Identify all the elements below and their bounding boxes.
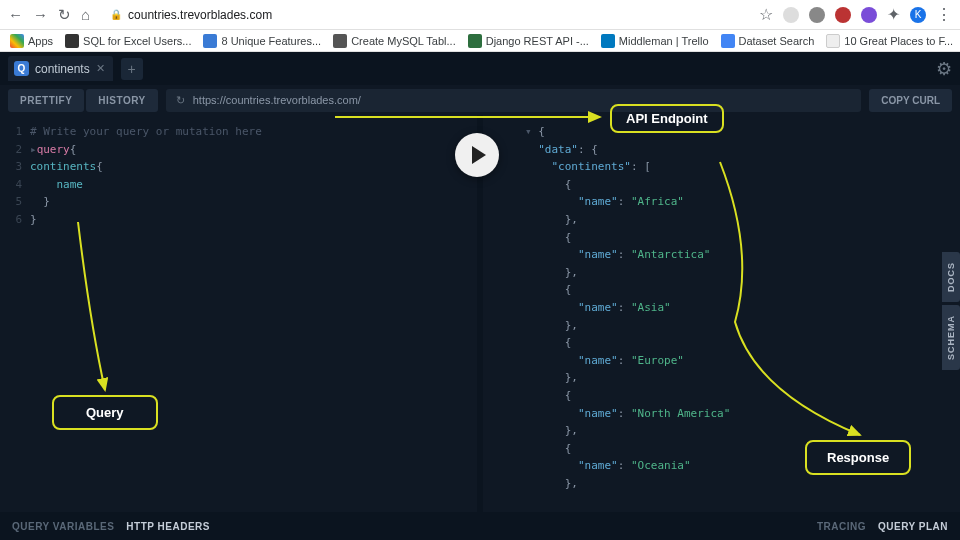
annotation-query: Query (52, 395, 158, 430)
ext-icon-1[interactable] (783, 7, 799, 23)
tab-label: continents (35, 62, 90, 76)
url-text: countries.trevorblades.com (128, 8, 272, 22)
query-plan-tab[interactable]: QUERY PLAN (878, 521, 948, 532)
ext-icon-2[interactable] (809, 7, 825, 23)
close-icon[interactable]: ✕ (96, 62, 105, 75)
annotation-endpoint: API Endpoint (610, 104, 724, 133)
endpoint-input[interactable]: ↻ https://countries.trevorblades.com/ (166, 89, 862, 112)
reload-endpoint-icon[interactable]: ↻ (176, 94, 185, 107)
bookmark-item[interactable]: Dataset Search (721, 34, 815, 48)
endpoint-url: https://countries.trevorblades.com/ (193, 94, 361, 106)
tracing-tab[interactable]: TRACING (817, 521, 866, 532)
reload-icon[interactable]: ↻ (58, 6, 71, 24)
home-icon[interactable]: ⌂ (81, 6, 90, 23)
address-bar[interactable]: 🔒 countries.trevorblades.com (100, 6, 749, 24)
avatar[interactable]: K (910, 7, 926, 23)
schema-tab[interactable]: SCHEMA (942, 305, 960, 370)
ext-icon-3[interactable] (835, 7, 851, 23)
bookmark-item[interactable]: Django REST API -... (468, 34, 589, 48)
toolbar: PRETTIFY HISTORY ↻ https://countries.tre… (0, 85, 960, 115)
prettify-button[interactable]: PRETTIFY (8, 89, 84, 112)
lock-icon: 🔒 (110, 9, 122, 20)
play-button[interactable] (455, 133, 499, 177)
tab-continents[interactable]: Q continents ✕ (8, 56, 113, 81)
side-tabs: DOCS SCHEMA (942, 252, 960, 370)
bookmark-item[interactable]: SQL for Excel Users... (65, 34, 191, 48)
bookmark-item[interactable]: 8 Unique Features... (203, 34, 321, 48)
graphql-playground: Q continents ✕ + ⚙ PRETTIFY HISTORY ↻ ht… (0, 52, 960, 540)
apps-shortcut[interactable]: Apps (10, 34, 53, 48)
query-variables-tab[interactable]: QUERY VARIABLES (12, 521, 114, 532)
browser-extensions: ☆ ✦ K ⋮ (759, 5, 952, 24)
puzzle-icon[interactable]: ✦ (887, 5, 900, 24)
history-button[interactable]: HISTORY (86, 89, 157, 112)
bookmarks-bar: Apps SQL for Excel Users... 8 Unique Fea… (0, 30, 960, 52)
tab-bar: Q continents ✕ + ⚙ (0, 52, 960, 85)
browser-nav-bar: ← → ↻ ⌂ 🔒 countries.trevorblades.com ☆ ✦… (0, 0, 960, 30)
query-editor[interactable]: 1# Write your query or mutation here 2▸ … (0, 115, 477, 512)
annotation-response: Response (805, 440, 911, 475)
ext-icon-4[interactable] (861, 7, 877, 23)
bookmark-item[interactable]: Create MySQL Tabl... (333, 34, 456, 48)
docs-tab[interactable]: DOCS (942, 252, 960, 302)
forward-icon[interactable]: → (33, 6, 48, 23)
bookmark-item[interactable]: 10 Great Places to F... (826, 34, 953, 48)
add-tab-button[interactable]: + (121, 58, 143, 80)
http-headers-tab[interactable]: HTTP HEADERS (126, 521, 210, 532)
bookmark-item[interactable]: Middleman | Trello (601, 34, 709, 48)
star-icon[interactable]: ☆ (759, 5, 773, 24)
bottom-tabs: QUERY VARIABLES HTTP HEADERS TRACING QUE… (0, 512, 960, 540)
tab-icon: Q (14, 61, 29, 76)
back-icon[interactable]: ← (8, 6, 23, 23)
copy-curl-button[interactable]: COPY CURL (869, 89, 952, 112)
menu-icon[interactable]: ⋮ (936, 5, 952, 24)
settings-gear-icon[interactable]: ⚙ (936, 58, 952, 80)
